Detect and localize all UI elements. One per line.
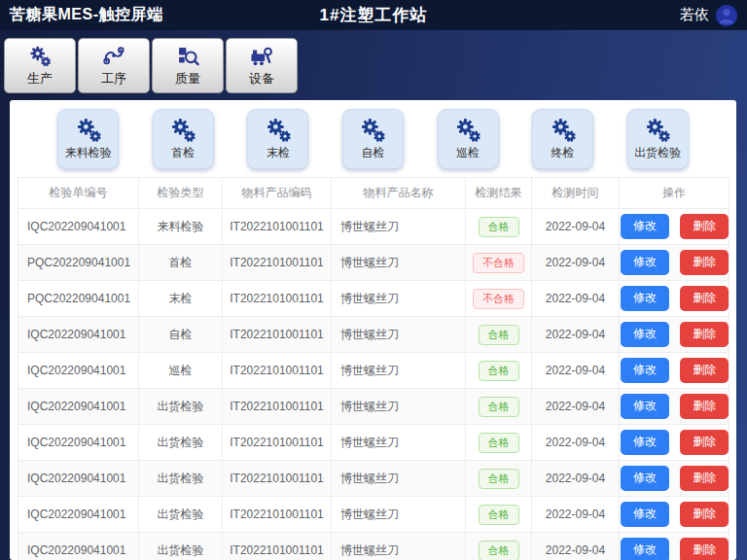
result-badge: 合格 (479, 361, 519, 381)
check-button-label: 自检 (361, 145, 384, 161)
delete-button[interactable]: 删除 (680, 502, 729, 526)
cell-order-no: IQC202209041001 (18, 353, 139, 389)
cell-type: 出货检验 (139, 461, 223, 497)
result-badge: 不合格 (473, 253, 524, 273)
inspection-type-row: 来料检验 首检 末检 自检 巡检 终检 出货检验 (18, 100, 729, 177)
delete-button[interactable]: 删除 (680, 214, 729, 238)
cell-code: IT2022101001101 (223, 209, 332, 245)
cell-code: IT2022101001101 (223, 245, 332, 281)
tab-label: 工序 (101, 70, 126, 88)
table-row: PQC202209041001 末检 IT2022101001101 博世螺丝刀… (18, 281, 729, 317)
cell-date: 2022-09-04 (532, 245, 620, 281)
edit-button[interactable]: 修改 (621, 286, 669, 310)
cell-name: 博世螺丝刀 (332, 245, 466, 281)
result-badge: 合格 (479, 397, 519, 417)
cell-result: 合格 (466, 497, 532, 533)
check-button-label: 巡检 (456, 145, 480, 161)
edit-button[interactable]: 修改 (621, 502, 669, 526)
cell-result: 不合格 (466, 245, 532, 281)
tab-process[interactable]: 工序 (78, 38, 150, 93)
cell-type: 出货检验 (139, 389, 223, 425)
edit-button[interactable]: 修改 (621, 322, 669, 346)
check-button-first[interactable]: 首检 (153, 109, 214, 169)
delete-button[interactable]: 删除 (680, 430, 729, 454)
edit-button[interactable]: 修改 (621, 214, 669, 238)
check-button-self[interactable]: 自检 (342, 109, 404, 169)
cell-date: 2022-09-04 (532, 425, 620, 461)
cell-actions: 修改 删除 (620, 317, 729, 353)
delete-button[interactable]: 删除 (680, 358, 729, 382)
tab-label: 质量 (175, 70, 200, 88)
cell-type: 巡检 (139, 353, 223, 389)
table-row: IQC202209041001 出货检验 IT2022101001101 博世螺… (18, 425, 729, 461)
gears-icon (453, 116, 482, 145)
cell-type: 出货检验 (139, 425, 223, 461)
delete-button[interactable]: 删除 (680, 466, 729, 490)
edit-button[interactable]: 修改 (621, 538, 669, 560)
inspection-table: 检验单编号 检验类型 物料产品编码 物料产品名称 检测结果 检测时间 操作 IQ… (18, 177, 729, 560)
delete-button[interactable]: 删除 (680, 394, 729, 418)
edit-button[interactable]: 修改 (621, 430, 669, 454)
avatar[interactable] (716, 5, 737, 26)
check-button-final[interactable]: 终检 (532, 109, 593, 169)
tab-quality[interactable]: 质量 (152, 38, 224, 93)
cell-order-no: IQC202209041001 (18, 497, 139, 533)
cell-type: 末检 (139, 281, 223, 317)
result-badge: 合格 (479, 541, 519, 560)
gears-icon (358, 116, 387, 145)
edit-button[interactable]: 修改 (621, 394, 669, 418)
cell-actions: 修改 删除 (620, 389, 729, 425)
result-badge: 合格 (479, 217, 519, 237)
cell-type: 出货检验 (139, 497, 223, 533)
edit-button[interactable]: 修改 (621, 466, 669, 490)
edit-button[interactable]: 修改 (621, 250, 669, 274)
cell-code: IT2022101001101 (223, 497, 332, 533)
delete-button[interactable]: 删除 (680, 250, 729, 274)
cell-order-no: IQC202209041001 (18, 461, 139, 497)
result-badge: 不合格 (473, 289, 524, 309)
user-avatar-icon (716, 5, 737, 26)
cell-order-no: IQC202209041001 (18, 389, 139, 425)
col-result: 检测结果 (466, 178, 532, 209)
table-row: PQC202209041001 首检 IT2022101001101 博世螺丝刀… (18, 245, 729, 281)
cell-result: 合格 (466, 317, 532, 353)
quality-magnifier-icon (174, 44, 201, 69)
result-badge: 合格 (479, 325, 519, 345)
tab-equipment[interactable]: 设备 (226, 38, 298, 93)
tab-label: 生产 (27, 70, 53, 88)
edit-button[interactable]: 修改 (621, 358, 669, 382)
check-button-patrol[interactable]: 巡检 (438, 109, 499, 169)
station-title: 1#注塑工作站 (320, 4, 428, 26)
cell-actions: 修改 删除 (620, 281, 729, 317)
delete-button[interactable]: 删除 (680, 286, 729, 310)
check-button-shipment[interactable]: 出货检验 (627, 109, 689, 169)
delete-button[interactable]: 删除 (680, 538, 729, 560)
delete-button[interactable]: 删除 (680, 322, 729, 346)
table-row: IQC202209041001 出货检验 IT2022101001101 博世螺… (18, 389, 729, 425)
cell-result: 合格 (466, 425, 532, 461)
tab-label: 设备 (249, 70, 274, 88)
cell-name: 博世螺丝刀 (332, 317, 466, 353)
gears-icon (264, 116, 293, 145)
cell-order-no: IQC202209041001 (18, 209, 139, 245)
cell-date: 2022-09-04 (532, 209, 620, 245)
cell-result: 合格 (466, 461, 532, 497)
col-code: 物料产品编码 (223, 178, 332, 209)
check-button-last[interactable]: 末检 (247, 109, 308, 169)
cell-code: IT2022101001101 (223, 281, 332, 317)
cell-result: 不合格 (466, 281, 532, 317)
content-panel: 来料检验 首检 末检 自检 巡检 终检 出货检验 (10, 100, 736, 560)
cell-actions: 修改 删除 (620, 497, 729, 533)
check-button-incoming[interactable]: 来料检验 (57, 109, 119, 169)
cell-name: 博世螺丝刀 (332, 533, 466, 560)
cell-result: 合格 (466, 389, 532, 425)
gears-icon (26, 44, 53, 69)
tab-production[interactable]: 生产 (4, 38, 76, 93)
cell-actions: 修改 删除 (620, 461, 729, 497)
user-menu[interactable]: 若依 (680, 5, 737, 26)
cell-result: 合格 (466, 533, 532, 560)
cell-type: 首检 (139, 245, 223, 281)
col-actions: 操作 (620, 178, 729, 209)
cell-name: 博世螺丝刀 (332, 425, 466, 461)
col-name: 物料产品名称 (332, 178, 466, 209)
